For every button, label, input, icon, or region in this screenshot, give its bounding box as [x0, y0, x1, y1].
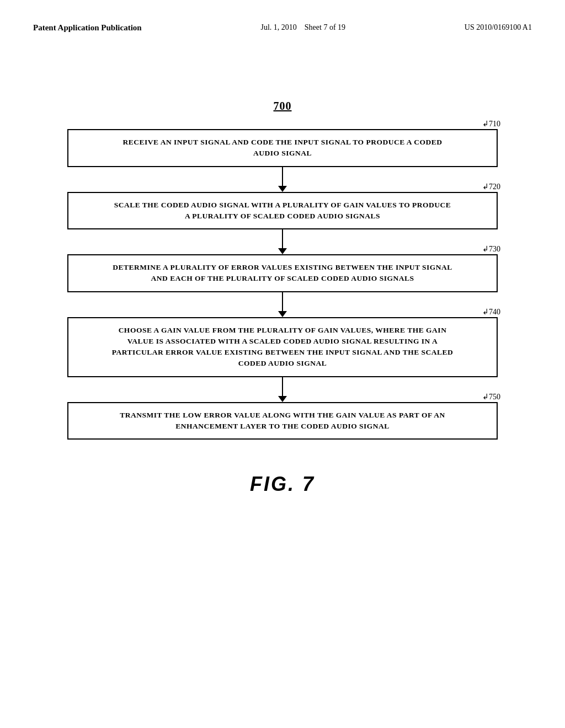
step-710-label: ↲710 [482, 119, 500, 129]
step-740-label: ↲740 [482, 307, 500, 317]
arrow-3 [278, 292, 287, 317]
step-720-text: SCALE THE CODED AUDIO SIGNAL WITH A PLUR… [114, 201, 451, 220]
flowchart: ↲710 RECEIVE AN INPUT SIGNAL AND CODE TH… [67, 129, 498, 440]
step-730-box: DETERMINE A PLURALITY OF ERROR VALUES EX… [67, 254, 498, 292]
step-740-text: CHOOSE A GAIN VALUE FROM THE PLURALITY O… [112, 326, 454, 368]
arrow-1-head [278, 186, 287, 192]
step-750-label: ↲750 [482, 392, 500, 402]
step-740-box: CHOOSE A GAIN VALUE FROM THE PLURALITY O… [67, 317, 498, 377]
arrow-2 [278, 229, 287, 254]
header-date: Jul. 1, 2010 Sheet 7 of 19 [260, 22, 345, 32]
arrow-1-line [282, 167, 283, 186]
header-title: Patent Application Publication [33, 22, 142, 34]
step-720-box: SCALE THE CODED AUDIO SIGNAL WITH A PLUR… [67, 192, 498, 230]
header-patent-number: US 2010/0169100 A1 [465, 22, 532, 32]
step-710-box: RECEIVE AN INPUT SIGNAL AND CODE THE INP… [67, 129, 498, 167]
figure-label: FIG. 7 [250, 473, 315, 496]
arrow-4-line [282, 377, 283, 396]
step-710-text: RECEIVE AN INPUT SIGNAL AND CODE THE INP… [123, 138, 443, 157]
arrow-2-head [278, 248, 287, 254]
step-730-label: ↲730 [482, 244, 500, 254]
step-730-wrapper: ↲730 DETERMINE A PLURALITY OF ERROR VALU… [67, 254, 498, 292]
arrow-4-head [278, 396, 287, 402]
step-730-text: DETERMINE A PLURALITY OF ERROR VALUES EX… [113, 263, 452, 282]
step-720-wrapper: ↲720 SCALE THE CODED AUDIO SIGNAL WITH A… [67, 192, 498, 230]
step-740-wrapper: ↲740 CHOOSE A GAIN VALUE FROM THE PLURAL… [67, 317, 498, 377]
page-container: Patent Application Publication Jul. 1, 2… [0, 0, 565, 728]
arrow-3-line [282, 292, 283, 311]
arrow-2-line [282, 229, 283, 248]
step-720-label: ↲720 [482, 182, 500, 191]
step-750-wrapper: ↲750 TRANSMIT THE LOW ERROR VALUE ALONG … [67, 402, 498, 440]
arrow-3-head [278, 311, 287, 317]
step-750-text: TRANSMIT THE LOW ERROR VALUE ALONG WITH … [120, 411, 445, 430]
diagram-number: 700 [274, 100, 292, 113]
diagram-area: 700 ↲710 RECEIVE AN INPUT SIGNAL AND COD… [33, 100, 532, 496]
arrow-1 [278, 167, 287, 192]
step-750-box: TRANSMIT THE LOW ERROR VALUE ALONG WITH … [67, 402, 498, 440]
arrow-4 [278, 377, 287, 402]
step-710-wrapper: ↲710 RECEIVE AN INPUT SIGNAL AND CODE TH… [67, 129, 498, 167]
header: Patent Application Publication Jul. 1, 2… [33, 22, 532, 34]
